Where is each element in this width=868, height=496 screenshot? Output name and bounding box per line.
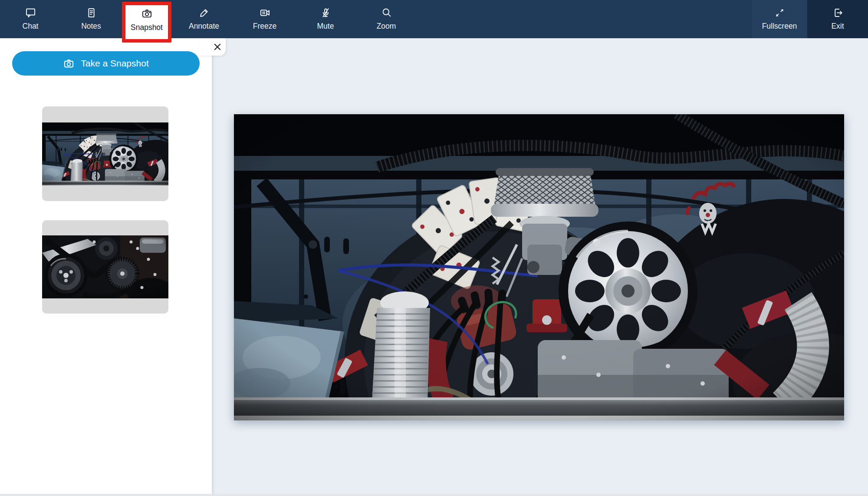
engine-bay-photo [234, 114, 844, 420]
toolbar-item-label: Annotate [189, 23, 219, 30]
toolbar-item-chat[interactable]: Chat [0, 0, 61, 38]
toolbar-item-label: Chat [23, 23, 39, 30]
toolbar-item-label: Freeze [253, 23, 276, 30]
toolbar-item-label: Exit [831, 23, 844, 30]
engine-bay-thumbnail-image [42, 122, 168, 185]
toolbar-item-label: Notes [81, 23, 101, 30]
pen-icon [198, 7, 210, 19]
top-toolbar: Chat Notes Snapshot [0, 0, 868, 38]
mic-muted-icon [320, 7, 332, 19]
snapshot-thumbnail-2[interactable] [42, 220, 168, 314]
app-window: Chat Notes Snapshot [0, 0, 868, 496]
chat-icon [25, 7, 36, 19]
main-content [212, 38, 868, 496]
magnifier-icon [381, 7, 392, 19]
toolbar-item-freeze[interactable]: Freeze [234, 0, 295, 38]
camera-icon [63, 58, 75, 69]
close-panel-button[interactable] [200, 38, 226, 56]
shared-screen-image [234, 114, 844, 420]
video-pause-icon [259, 7, 271, 19]
close-x-icon [213, 42, 222, 52]
toolbar-item-mute[interactable]: Mute [295, 0, 356, 38]
toolbar-item-label: Mute [317, 23, 334, 30]
toolbar-item-snapshot-highlighted[interactable]: Snapshot [122, 2, 171, 43]
snapshot-thumbnail-1[interactable] [42, 106, 168, 201]
take-snapshot-label: Take a Snapshot [81, 58, 148, 69]
exit-door-icon [832, 7, 844, 19]
engine-belt-thumbnail-image [42, 235, 168, 298]
toolbar-item-annotate[interactable]: Annotate [174, 0, 234, 38]
bottom-edge-strip [0, 494, 868, 496]
toolbar-left-group: Chat Notes Snapshot [0, 0, 417, 38]
expand-arrows-icon [774, 7, 786, 19]
toolbar-item-label: Fullscreen [762, 23, 797, 30]
take-snapshot-button[interactable]: Take a Snapshot [12, 51, 200, 76]
toolbar-item-exit[interactable]: Exit [807, 0, 868, 38]
toolbar-item-label: Zoom [377, 23, 396, 30]
notes-icon [85, 7, 97, 19]
toolbar-item-zoom[interactable]: Zoom [356, 0, 417, 38]
toolbar-item-fullscreen[interactable]: Fullscreen [752, 0, 807, 38]
toolbar-item-label: Snapshot [131, 24, 163, 32]
toolbar-item-notes[interactable]: Notes [61, 0, 122, 38]
camera-icon [141, 8, 153, 20]
snapshot-panel: Take a Snapshot [0, 38, 212, 496]
